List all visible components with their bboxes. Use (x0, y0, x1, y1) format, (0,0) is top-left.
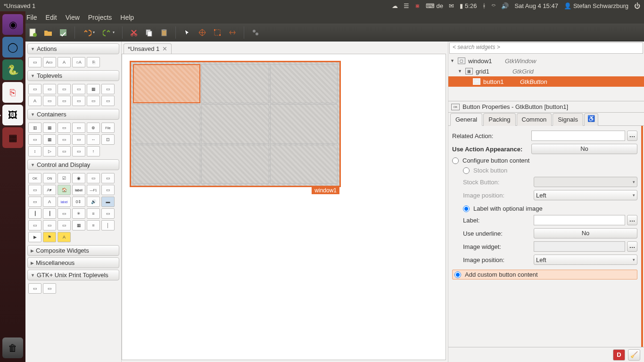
tab-general[interactable]: General (450, 113, 482, 126)
palette-item[interactable]: ▭ (101, 185, 115, 195)
palette-item[interactable]: ▭ (101, 84, 115, 94)
tree-row-button[interactable]: OK button1 GtkButton (448, 76, 644, 87)
launcher-dash[interactable]: ◉ (2, 14, 23, 35)
palette-item[interactable]: ▭ (43, 220, 56, 230)
palette-item[interactable]: ▭ (43, 84, 56, 94)
tree-row-window[interactable]: ▼▢ window1 GtkWindow (448, 56, 644, 66)
combo-image-position2[interactable]: Left▾ (534, 255, 637, 265)
palette-item[interactable]: File (101, 123, 115, 133)
canvas-cell[interactable] (270, 104, 338, 143)
palette-section-toplevels[interactable]: ▼Toplevels (27, 70, 119, 81)
launcher-workspace[interactable]: ▦ (2, 127, 23, 148)
canvas-cell[interactable] (201, 104, 269, 143)
palette-item[interactable]: ↔ (87, 134, 100, 145)
menu-edit[interactable]: Edit (46, 14, 57, 21)
bug-icon[interactable]: ⋇ (415, 2, 420, 9)
palette-item[interactable]: ⚑ (43, 232, 56, 242)
resize-tool[interactable] (211, 26, 224, 39)
ellipsis-button[interactable]: … (627, 215, 637, 225)
palette-section-misc[interactable]: ▶Miscellaneous (27, 257, 119, 268)
keyboard-indicator[interactable]: ⌨ de (426, 2, 443, 9)
palette-item[interactable]: ▭ (72, 84, 85, 94)
palette-item[interactable]: ▭ (101, 173, 115, 183)
menu-help[interactable]: Help (120, 14, 134, 21)
palette-item[interactable]: ◉ (72, 173, 85, 183)
radio-configure-content[interactable]: Configure button content (452, 157, 637, 164)
cut-button[interactable] (127, 26, 140, 39)
undo-button[interactable] (80, 26, 98, 39)
palette-item[interactable]: ▦ (72, 220, 85, 230)
palette-item[interactable]: 0⇕ (72, 197, 85, 207)
palette-item[interactable]: ≡ (87, 220, 100, 230)
tab-a11y[interactable]: ♿ (584, 113, 598, 126)
palette-item[interactable]: ○A (72, 57, 85, 67)
canvas-cell[interactable] (270, 145, 338, 184)
palette-item[interactable]: ⊕ (87, 123, 100, 133)
palette-item[interactable]: A (58, 57, 71, 67)
tab-close-icon[interactable]: ✕ (162, 45, 167, 52)
align-tool[interactable] (226, 26, 239, 39)
palette-item[interactable]: ⎘ (87, 57, 100, 67)
palette-item[interactable]: ▭ (72, 146, 85, 156)
palette-item[interactable]: ▥ (28, 123, 41, 133)
redo-button[interactable] (99, 26, 117, 39)
palette-item[interactable]: A▾ (43, 185, 56, 195)
launcher-chromium[interactable]: ◯ (2, 37, 23, 58)
palette-item[interactable]: ▭ (43, 283, 56, 294)
design-canvas[interactable]: window1 (122, 54, 446, 360)
open-button[interactable] (41, 26, 55, 39)
palette-item[interactable]: ON (43, 173, 56, 183)
palette-item[interactable]: ✳ (72, 208, 85, 219)
palette-item[interactable]: ▦ (43, 134, 56, 145)
palette-item[interactable]: label (72, 185, 85, 195)
canvas-cell[interactable] (270, 64, 338, 103)
palette-item[interactable]: ▦ (87, 84, 100, 94)
canvas-button-selected[interactable] (133, 64, 200, 103)
palette-item[interactable]: A (58, 232, 71, 242)
palette-section-composite[interactable]: ▶Composite Widgets (27, 245, 119, 256)
palette-item[interactable]: ☑ (58, 173, 71, 183)
radio-stock-button[interactable]: Stock button (454, 167, 637, 174)
palette-item[interactable]: 🔊 (87, 197, 100, 207)
palette-item[interactable]: ≡ (87, 208, 100, 219)
clear-button[interactable]: 🧹 (628, 349, 640, 361)
palette-item[interactable]: ▭ (72, 123, 85, 133)
tree-row-grid[interactable]: ▼▦ grid1 GtkGrid (448, 66, 644, 76)
devhelp-button[interactable]: D (613, 349, 625, 361)
palette-section-containers[interactable]: ▼Containers (27, 109, 119, 120)
palette-item[interactable]: —F1 (87, 185, 100, 195)
launcher-app[interactable]: 🐍 (2, 59, 23, 80)
combo-image-position[interactable]: Left▾ (534, 190, 637, 200)
cloud-icon[interactable]: ☁ (392, 2, 398, 9)
palette-item[interactable]: ▭ (87, 96, 100, 106)
volume-icon[interactable]: 🔊 (501, 2, 509, 9)
palette-item[interactable]: ⊡ (101, 134, 115, 145)
document-tab[interactable]: *Unsaved 1 ✕ (124, 43, 172, 54)
clock[interactable]: Sat Aug 4 15:47 (514, 2, 558, 9)
toggle-use-underline[interactable]: No (534, 228, 637, 239)
palette-item[interactable]: ▭ (72, 134, 85, 145)
menu-projects[interactable]: Projects (88, 14, 112, 21)
battery-indicator[interactable]: ▮ 5:26 (460, 2, 477, 9)
palette-item[interactable]: ▭ (28, 283, 41, 294)
user-indicator[interactable]: 👤 Stefan Schwarzburg (564, 2, 628, 9)
palette-section-print[interactable]: ▼GTK+ Unix Print Toplevels (27, 270, 119, 280)
palette-item[interactable]: ▭ (58, 208, 71, 219)
pointer-tool[interactable] (181, 26, 194, 39)
palette-item[interactable]: ▭ (28, 57, 41, 67)
palette-item[interactable]: A (28, 96, 41, 106)
palette-item[interactable]: ▬ (101, 197, 115, 207)
palette-item[interactable]: 🏠 (58, 185, 71, 195)
input-image-widget[interactable] (534, 241, 625, 252)
toggle-use-action-appearance[interactable]: No (531, 144, 637, 154)
menu-view[interactable]: View (66, 14, 80, 21)
ellipsis-button[interactable]: … (627, 241, 637, 252)
radio-label-image[interactable]: Label with optional image (454, 205, 637, 212)
drag-tool[interactable] (196, 26, 209, 39)
palette-item[interactable]: ▭ (101, 96, 115, 106)
palette-item[interactable]: ┃ (28, 208, 41, 219)
palette-item[interactable]: ▭ (28, 220, 41, 230)
ellipsis-button[interactable]: … (627, 131, 637, 141)
palette-item[interactable]: ▭ (43, 96, 56, 106)
palette-item[interactable]: ▭ (87, 173, 100, 183)
